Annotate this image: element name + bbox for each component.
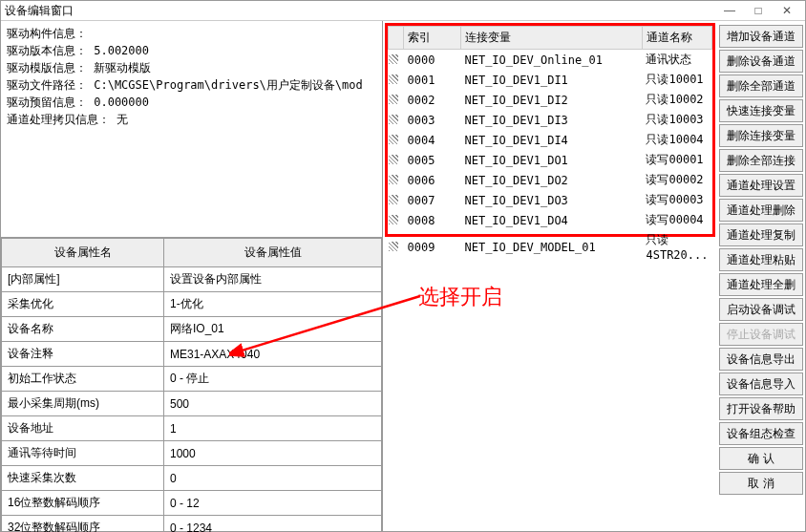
channel-idx: 0002 [403,90,460,110]
prop-value[interactable]: 1 [164,416,382,441]
prop-value[interactable]: 0 [164,466,382,491]
row-handle-icon [389,50,404,71]
channel-name: 通讯状态 [642,50,711,71]
property-row[interactable]: 最小采集周期(ms)500 [2,392,382,416]
property-row[interactable]: 设备地址1 [2,416,382,441]
channel-row[interactable]: 0000NET_IO_DEV_Online_01通讯状态 [389,50,712,71]
prop-name: 最小采集周期(ms) [2,392,164,416]
channel-var: NET_IO_DEV1_DO4 [460,210,642,230]
prop-name: 32位整数解码顺序 [2,516,164,533]
right-toolbar: 增加设备通道 删除设备通道 删除全部通道 快速连接变量 删除连接变量 删除全部连… [717,21,805,532]
prop-name: 设备注释 [2,342,164,367]
prop-name: 快速采集次数 [2,466,164,491]
channel-idx: 0000 [403,50,460,71]
property-row[interactable]: 16位整数解码顺序0 - 12 [2,491,382,516]
channel-name: 只读10004 [642,130,711,150]
open-help-button[interactable]: 打开设备帮助 [719,397,803,420]
property-row[interactable]: 设备名称网络IO_01 [2,317,382,342]
channel-idx: 0001 [403,70,460,90]
channel-var: NET_IO_DEV1_DI3 [460,110,642,130]
fast-link-var-button[interactable]: 快速连接变量 [719,99,803,122]
start-debug-button[interactable]: 启动设备调试 [719,298,803,321]
channel-row[interactable]: 0001NET_IO_DEV1_DI1只读10001 [389,70,712,90]
prop-col-value: 设备属性值 [164,239,382,267]
proc-clear-button[interactable]: 通道处理全删 [719,273,803,296]
channel-row[interactable]: 0007NET_IO_DEV1_DO3读写00003 [389,190,712,210]
stop-debug-button: 停止设备调试 [719,323,803,346]
property-row[interactable]: 设备注释ME31-AXAX4040 [2,342,382,367]
channel-idx: 0004 [403,130,460,150]
property-row[interactable]: 32位整数解码顺序0 - 1234 [2,516,382,533]
channel-var: NET_IO_DEV_Online_01 [460,50,642,71]
cancel-button[interactable]: 取 消 [719,472,803,495]
channel-row[interactable]: 0004NET_IO_DEV1_DI4只读10004 [389,130,712,150]
channel-col-idx: 索引 [403,27,460,50]
add-channel-button[interactable]: 增加设备通道 [719,25,803,48]
prop-value[interactable]: ME31-AXAX4040 [164,342,382,367]
proc-paste-button[interactable]: 通道处理粘贴 [719,248,803,271]
channel-row[interactable]: 0002NET_IO_DEV1_DI2只读10002 [389,90,712,110]
info-import-button[interactable]: 设备信息导入 [719,372,803,395]
row-handle-icon [389,190,404,210]
prop-value[interactable]: 设置设备内部属性 [164,267,382,292]
channel-row[interactable]: 0006NET_IO_DEV1_DO2读写00002 [389,170,712,190]
row-handle-icon [389,110,404,130]
property-row[interactable]: 快速采集次数0 [2,466,382,491]
row-handle-icon [389,230,404,264]
prop-value[interactable]: 0 - 1234 [164,516,382,533]
channel-var: NET_IO_DEV1_DO1 [460,150,642,170]
prop-name: 采集优化 [2,292,164,317]
channel-var: NET_IO_DEV1_DI2 [460,90,642,110]
property-row[interactable]: 采集优化1-优化 [2,292,382,317]
confirm-button[interactable]: 确 认 [719,447,803,470]
channel-row[interactable]: 0003NET_IO_DEV1_DI3只读10003 [389,110,712,130]
channel-idx: 0005 [403,150,460,170]
channel-idx: 0008 [403,210,460,230]
driver-info-box: 驱动构件信息： 驱动版本信息： 5.002000 驱动模版信息： 新驱动模版 驱… [1,21,382,237]
property-row[interactable]: [内部属性]设置设备内部属性 [2,267,382,292]
prop-value[interactable]: 1000 [164,441,382,466]
prop-name: 通讯等待时间 [2,441,164,466]
channel-row[interactable]: 0005NET_IO_DEV1_DO1读写00001 [389,150,712,170]
close-button[interactable]: ✕ [773,1,801,20]
row-handle-icon [389,130,404,150]
channel-idx: 0009 [403,230,460,264]
prop-name: 初始工作状态 [2,367,164,392]
proc-copy-button[interactable]: 通道处理复制 [719,223,803,246]
prop-col-name: 设备属性名 [2,239,164,267]
row-handle-icon [389,70,404,90]
channel-row[interactable]: 0009NET_IO_DEV_MODEL_01只读4STR20... [389,230,712,264]
channel-name: 读写00003 [642,190,711,210]
window-title: 设备编辑窗口 [5,3,715,19]
prop-value[interactable]: 500 [164,392,382,416]
proc-del-button[interactable]: 通道处理删除 [719,199,803,222]
prop-name: 16位整数解码顺序 [2,491,164,516]
maximize-button[interactable]: □ [744,1,773,20]
minimize-button[interactable]: — [715,1,744,20]
property-row[interactable]: 通讯等待时间1000 [2,441,382,466]
property-row[interactable]: 初始工作状态0 - 停止 [2,367,382,392]
channel-idx: 0007 [403,190,460,210]
channel-var: NET_IO_DEV1_DO2 [460,170,642,190]
proc-set-button[interactable]: 通道处理设置 [719,174,803,197]
info-export-button[interactable]: 设备信息导出 [719,348,803,371]
channel-name: 只读4STR20... [642,230,711,264]
channel-grid[interactable]: 索引 连接变量 通道名称 0000NET_IO_DEV_Online_01通讯状… [385,23,715,237]
del-link-var-button[interactable]: 删除连接变量 [719,124,803,147]
prop-value[interactable]: 网络IO_01 [164,317,382,342]
row-handle-icon [389,210,404,230]
channel-var: NET_IO_DEV1_DO3 [460,190,642,210]
row-handle-icon [389,170,404,190]
channel-row[interactable]: 0008NET_IO_DEV1_DO4读写00004 [389,210,712,230]
prop-value[interactable]: 1-优化 [164,292,382,317]
property-grid[interactable]: 设备属性名 设备属性值 [内部属性]设置设备内部属性采集优化1-优化设备名称网络… [1,237,382,532]
channel-var: NET_IO_DEV1_DI4 [460,130,642,150]
prop-value[interactable]: 0 - 12 [164,491,382,516]
prop-name: [内部属性] [2,267,164,292]
del-channel-button[interactable]: 删除设备通道 [719,50,803,73]
del-all-channel-button[interactable]: 删除全部通道 [719,74,803,97]
prop-value[interactable]: 0 - 停止 [164,367,382,392]
del-all-link-button[interactable]: 删除全部连接 [719,149,803,172]
config-check-button[interactable]: 设备组态检查 [719,422,803,445]
channel-name: 只读10003 [642,110,711,130]
